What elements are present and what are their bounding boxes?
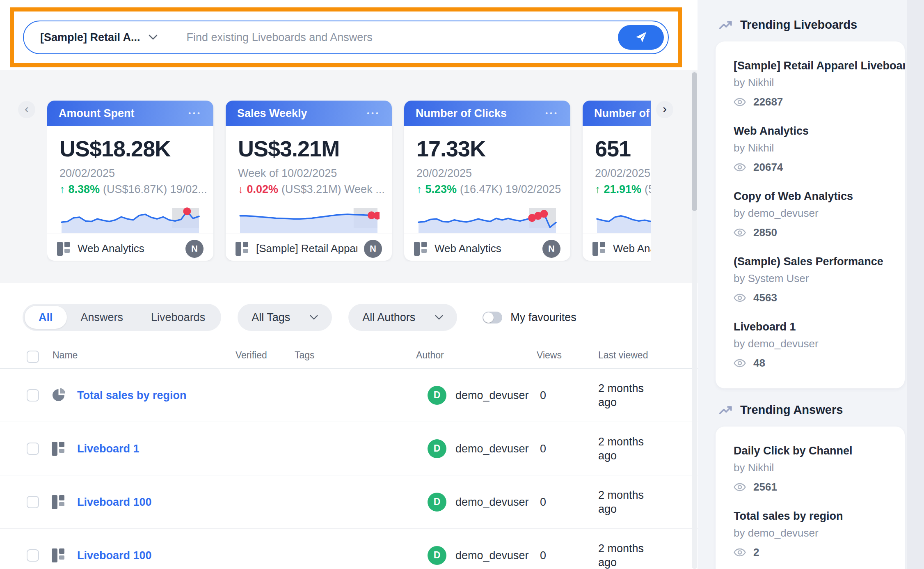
liveboard-icon	[414, 242, 428, 256]
column-header-verified[interactable]: Verified	[236, 350, 267, 361]
kpi-value: US$18.28K	[59, 136, 201, 161]
search-input[interactable]	[170, 21, 668, 53]
kpi-delta-detail: (US$3.21M) Week ...	[281, 183, 385, 196]
kpi-card[interactable]: Amount Spent•••US$18.28K20/02/2025↑8.38%…	[47, 101, 213, 261]
liveboard-icon	[592, 242, 606, 256]
trending-item[interactable]: Web Analyticsby Nikhil20674	[734, 125, 905, 174]
tags-filter-dropdown[interactable]: All Tags	[238, 304, 332, 331]
trending-item[interactable]: Liveboard 1by demo_devuser48	[734, 321, 905, 369]
tab-answers[interactable]: Answers	[67, 306, 137, 329]
answer-icon-cell	[52, 387, 66, 404]
kpi-card-title: Number of C	[594, 107, 651, 120]
search-submit-button[interactable]	[618, 25, 664, 50]
kpi-delta-percent: 8.38%	[69, 183, 100, 196]
search-bar: [Sample] Retail A...	[23, 21, 669, 54]
views-count: 2850	[753, 226, 777, 239]
tab-liveboards[interactable]: Liveboards	[137, 306, 219, 329]
views-value: 0	[540, 389, 546, 402]
trending-item-name[interactable]: Copy of Web Analytics	[734, 190, 905, 203]
trending-item[interactable]: (Sample) Sales Performanceby System User…	[734, 255, 905, 304]
carousel-prev-button[interactable]: ‹	[18, 101, 35, 118]
liveboard-icon-cell	[52, 548, 66, 562]
content-table: NameVerifiedTagsAuthorViewsLast viewed T…	[0, 345, 698, 569]
row-name-link[interactable]: Liveboard 100	[77, 549, 152, 562]
trending-up-icon	[719, 405, 733, 415]
kpi-card-menu-icon[interactable]: •••	[367, 109, 380, 117]
trending-item[interactable]: Daily Click by Channelby Nikhil2561	[734, 445, 905, 493]
main-scrollbar-thumb[interactable]	[692, 72, 697, 211]
trending-item-author: by demo_devuser	[734, 337, 905, 350]
trending-up-icon	[719, 20, 733, 30]
authors-filter-dropdown[interactable]: All Authors	[348, 304, 457, 331]
column-header-tags[interactable]: Tags	[295, 350, 315, 361]
table-row[interactable]: Liveboard 1Ddemo_devuser02 months ago	[0, 422, 698, 475]
table-row[interactable]: Liveboard 100Ddemo_devuser02 months ago	[0, 529, 698, 569]
tab-all[interactable]: All	[25, 306, 67, 329]
trending-item[interactable]: Copy of Web Analyticsby demo_devuser2850	[734, 190, 905, 239]
liveboard-icon	[52, 442, 66, 456]
kpi-card[interactable]: Sales Weekly•••US$3.21MWeek of 10/02/202…	[226, 101, 392, 261]
kpi-card-footer[interactable]: Web AnalyticsN	[404, 234, 570, 261]
pie-chart-icon	[52, 387, 66, 402]
last-viewed: 2 months ago	[598, 381, 652, 409]
kpi-card-body: 17.33K20/02/2025↑5.23%(16.47K) 19/02/202…	[404, 126, 570, 234]
trending-item-name[interactable]: [Sample] Retail Apparel Liveboard	[734, 60, 905, 72]
author-name: demo_devuser	[455, 389, 529, 402]
chevron-down-icon	[435, 315, 443, 320]
trending-item-name[interactable]: Total sales by region	[734, 510, 905, 523]
column-header-name[interactable]: Name	[53, 350, 78, 361]
trending-item[interactable]: Total sales by regionby demo_devuser2	[734, 510, 905, 559]
eye-icon	[734, 548, 746, 557]
liveboard-icon-cell	[52, 495, 66, 509]
views-value: 0	[540, 496, 546, 508]
my-favourites-toggle[interactable]: My favourites	[483, 311, 576, 324]
trending-item-name[interactable]: Liveboard 1	[734, 321, 905, 333]
data-source-selector[interactable]: [Sample] Retail A...	[24, 21, 170, 53]
kpi-card-menu-icon[interactable]: •••	[545, 109, 559, 117]
up-arrow-icon: ↑	[59, 183, 65, 196]
data-source-label: [Sample] Retail A...	[40, 31, 140, 44]
kpi-card-menu-icon[interactable]: •••	[188, 109, 202, 117]
views-value: 0	[540, 549, 546, 562]
trending-item-name[interactable]: Web Analytics	[734, 125, 905, 138]
views-count: 20674	[753, 161, 783, 174]
views-count: 22687	[753, 96, 783, 108]
avatar: D	[428, 386, 446, 405]
column-header-author[interactable]: Author	[416, 350, 444, 361]
kpi-date: 20/02/2025	[595, 167, 651, 180]
trending-item-views: 2	[734, 546, 905, 559]
sidebar-section-title: Trending Answers	[740, 403, 843, 417]
trending-item-name[interactable]: Daily Click by Channel	[734, 445, 905, 457]
kpi-card-footer[interactable]: Web AnalyticsN	[47, 234, 213, 261]
table-row[interactable]: Liveboard 100Ddemo_devuser02 months ago	[0, 475, 698, 529]
kpi-source-name: [Sample] Retail Apparel L...	[256, 242, 357, 255]
trending-item[interactable]: [Sample] Retail Apparel Liveboardby Nikh…	[734, 60, 905, 108]
column-header-last-viewed[interactable]: Last viewed	[598, 350, 648, 361]
kpi-card-footer[interactable]: [Sample] Retail Apparel L...N	[226, 234, 392, 261]
kpi-value: US$3.21M	[238, 136, 380, 161]
carousel-next-button[interactable]: ›	[656, 101, 673, 118]
sidebar-section-title: Trending Liveboards	[740, 18, 857, 32]
toggle-track	[483, 312, 502, 324]
kpi-card[interactable]: Number of C•••65120/02/2025↑21.91%(5Web …	[583, 101, 651, 261]
column-header-views[interactable]: Views	[537, 350, 562, 361]
kpi-value: 17.33K	[416, 136, 558, 161]
row-name-link[interactable]: Liveboard 100	[77, 496, 152, 508]
kpi-card-header: Amount Spent•••	[47, 101, 213, 126]
chevron-down-icon	[149, 34, 158, 40]
row-checkbox	[27, 549, 39, 562]
kpi-card-footer[interactable]: Web AnalyticsN	[583, 234, 651, 261]
row-name-link[interactable]: Total sales by region	[77, 389, 187, 402]
views-count: 48	[753, 357, 765, 369]
kpi-card[interactable]: Number of Clicks•••17.33K20/02/2025↑5.23…	[404, 101, 570, 261]
table-row[interactable]: Total sales by regionDdemo_devuser02 mon…	[0, 369, 698, 422]
author-avatar-cell: D	[428, 439, 446, 458]
trending-item-name[interactable]: (Sample) Sales Performance	[734, 255, 905, 268]
window-scrollbar-gutter[interactable]	[907, 0, 924, 569]
row-name-link[interactable]: Liveboard 1	[77, 442, 140, 455]
kpi-delta: ↑5.23%(16.47K) 19/02/2025	[416, 183, 558, 196]
chevron-down-icon	[310, 315, 318, 320]
main-column: [Sample] Retail A... Amount Spent•••US	[0, 0, 698, 569]
table-header-row: NameVerifiedTagsAuthorViewsLast viewed	[0, 345, 698, 369]
author-name: demo_devuser	[455, 549, 529, 562]
